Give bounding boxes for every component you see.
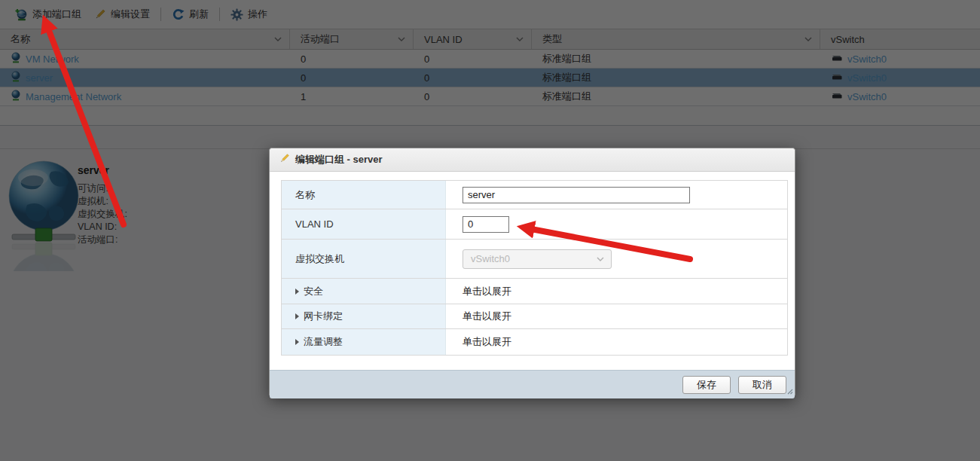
- chevron-down-icon: [597, 256, 604, 262]
- expand-arrow-icon: [295, 339, 299, 345]
- dialog-form: 名称 VLAN ID 虚拟交换机 vSwitch0: [281, 180, 788, 356]
- vswitch-select-value: vSwitch0: [471, 253, 510, 264]
- form-row-vlan: VLAN ID: [282, 209, 787, 240]
- security-section-hint: 单击以展开: [463, 285, 511, 298]
- vswitch-label: 虚拟交换机: [295, 252, 344, 266]
- vlan-label: VLAN ID: [295, 218, 334, 230]
- section-row-traffic-shaping[interactable]: 流量调整 单击以展开: [282, 329, 787, 355]
- dialog-title: 编辑端口组 - server: [295, 153, 383, 166]
- section-row-nic-teaming[interactable]: 网卡绑定 单击以展开: [282, 304, 787, 329]
- expand-arrow-icon: [295, 289, 299, 295]
- dialog-footer: 保存 取消: [270, 370, 795, 398]
- form-row-name: 名称: [282, 181, 787, 209]
- nic-teaming-section-hint: 单击以展开: [463, 310, 511, 323]
- pencil-icon: [279, 153, 290, 166]
- traffic-shaping-section-hint: 单击以展开: [463, 335, 511, 349]
- name-input[interactable]: [463, 187, 690, 203]
- cancel-button[interactable]: 取消: [738, 376, 786, 394]
- vswitch-select[interactable]: vSwitch0: [463, 249, 612, 269]
- dialog-body: 名称 VLAN ID 虚拟交换机 vSwitch0: [270, 172, 795, 370]
- dialog-titlebar: 编辑端口组 - server: [270, 148, 795, 172]
- vlan-id-input[interactable]: [463, 216, 509, 233]
- security-section-label: 安全: [304, 285, 323, 298]
- resize-handle[interactable]: [786, 386, 793, 397]
- save-button[interactable]: 保存: [682, 376, 731, 394]
- section-row-security[interactable]: 安全 单击以展开: [282, 279, 787, 304]
- name-label: 名称: [295, 188, 315, 202]
- edit-portgroup-dialog: 编辑端口组 - server 名称 VLAN ID 虚拟交换机 vSwitch: [269, 148, 795, 397]
- expand-arrow-icon: [295, 313, 299, 319]
- form-row-vswitch: 虚拟交换机 vSwitch0: [282, 240, 787, 279]
- nic-teaming-section-label: 网卡绑定: [304, 310, 343, 323]
- traffic-shaping-section-label: 流量调整: [304, 335, 343, 349]
